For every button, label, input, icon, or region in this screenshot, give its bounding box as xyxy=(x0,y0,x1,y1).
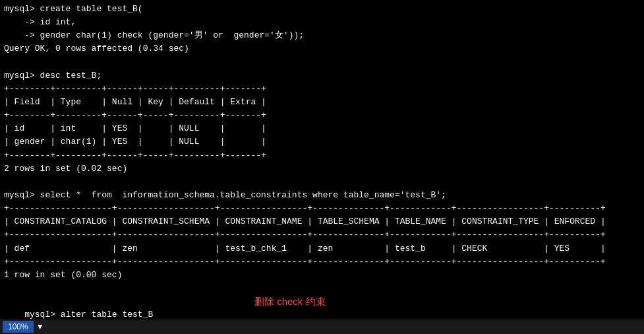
terminal-line: Query OK, 0 rows affected (0.34 sec) xyxy=(4,42,640,55)
terminal-line: +--------+---------+------+-----+-------… xyxy=(4,109,640,122)
terminal-line: +--------------------+------------------… xyxy=(4,228,640,242)
terminal-line: | def | zen | test_b_chk_1 | zen | test_… xyxy=(4,242,640,255)
table-row: | gender | char(1) | YES | | NULL | | xyxy=(4,137,266,147)
terminal-line: -> id int, xyxy=(4,16,640,29)
cmd-text: -> gender char(1) check (gender='男' or g… xyxy=(4,30,304,40)
output-text: Query OK, 0 rows affected (0.34 sec) xyxy=(4,44,189,53)
terminal-line: 2 rows in set (0.02 sec) xyxy=(4,162,640,176)
table-border: +--------------------+------------------… xyxy=(4,230,606,240)
table-border: +--------+---------+------+-----+-------… xyxy=(4,150,266,160)
terminal-line: +--------+---------+------+-----+-------… xyxy=(4,83,640,96)
table-header: | CONSTRAINT_CATALOG | CONSTRAINT_SCHEMA… xyxy=(4,217,606,226)
terminal-line xyxy=(4,56,640,69)
prompt-text: mysql> alter table test_B xyxy=(24,310,153,319)
bottom-indicator: 100% xyxy=(3,321,34,333)
bottom-bar: 100% ▼ xyxy=(0,319,644,334)
terminal-line: mysql> desc test_B; xyxy=(4,69,640,83)
table-border: +--------------------+------------------… xyxy=(4,257,606,267)
terminal-line: 1 row in set (0.00 sec) xyxy=(4,269,640,282)
table-border: +--------+---------+------+-----+-------… xyxy=(4,110,266,120)
terminal-line: -> gender char(1) check (gender='男' or g… xyxy=(4,29,640,42)
table-border: +--------------------+------------------… xyxy=(4,203,606,213)
table-header: | Field | Type | Null | Key | Default | … xyxy=(4,97,266,107)
cmd-text: -> id int, xyxy=(4,17,76,27)
terminal-line xyxy=(4,176,640,189)
prompt-text: mysql> desc test_B; xyxy=(4,71,102,81)
table-row: | def | zen | test_b_chk_1 | zen | test_… xyxy=(4,244,606,253)
terminal-line: mysql> create table test_B( xyxy=(4,3,640,16)
prompt-text: mysql> create table test_B( xyxy=(4,4,143,14)
terminal-line xyxy=(4,282,640,295)
terminal-line: +--------+---------+------+-----+-------… xyxy=(4,149,640,162)
table-row: | id | int | YES | | NULL | | xyxy=(4,123,266,133)
terminal-window: mysql> create table test_B( -> id int, -… xyxy=(0,0,644,334)
terminal-line: | id | int | YES | | NULL | | xyxy=(4,122,640,135)
prompt-text: mysql> select * from information_schema.… xyxy=(4,190,446,200)
terminal-line: | CONSTRAINT_CATALOG | CONSTRAINT_SCHEMA… xyxy=(4,215,640,228)
terminal-line: mysql> select * from information_schema.… xyxy=(4,189,640,202)
terminal-line: +--------------------+------------------… xyxy=(4,255,640,269)
terminal-line: | Field | Type | Null | Key | Default | … xyxy=(4,96,640,109)
output-text: 2 rows in set (0.02 sec) xyxy=(4,164,127,174)
annotation-text: 删除 check 约束 xyxy=(254,294,326,309)
terminal-line: +--------------------+------------------… xyxy=(4,202,640,215)
bottom-arrow: ▼ xyxy=(36,322,44,331)
table-border: +--------+---------+------+-----+-------… xyxy=(4,84,266,94)
terminal-line: | gender | char(1) | YES | | NULL | | xyxy=(4,135,640,149)
output-text: 1 row in set (0.00 sec) xyxy=(4,270,122,280)
